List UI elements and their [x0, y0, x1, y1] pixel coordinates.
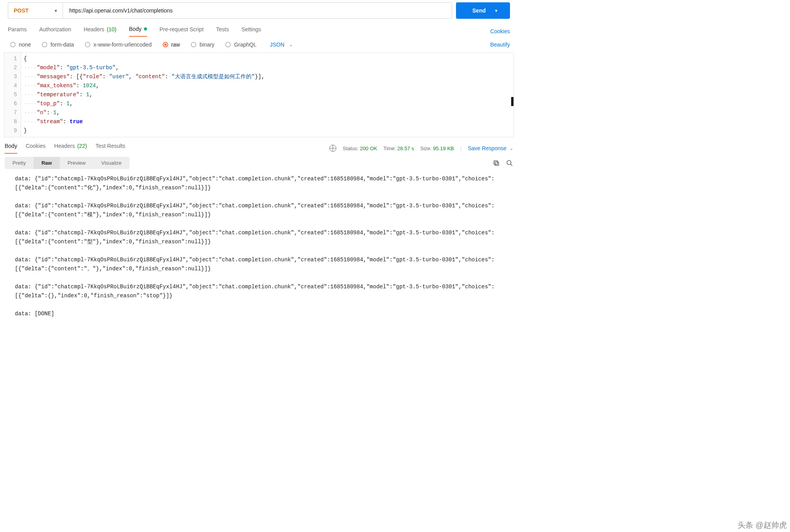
tab-params[interactable]: Params [8, 26, 27, 37]
save-response-button[interactable]: Save Response ⌄ [468, 145, 513, 151]
chevron-down-icon[interactable]: ▾ [495, 8, 497, 13]
tab-prerequest-script[interactable]: Pre-request Script [160, 26, 204, 37]
tab-settings[interactable]: Settings [241, 26, 261, 37]
size-label: Size: 95.19 KB [420, 146, 454, 151]
tab-authorization[interactable]: Authorization [39, 26, 71, 37]
body-type-binary[interactable]: binary [191, 41, 214, 48]
tab-body[interactable]: Body [129, 26, 147, 37]
beautify-link[interactable]: Beautify [490, 41, 510, 48]
time-label: Time: 28.57 s [383, 146, 414, 151]
view-mode-preview[interactable]: Preview [60, 157, 93, 169]
method-label: POST [14, 7, 29, 14]
copy-icon[interactable] [493, 160, 500, 167]
raw-format-select[interactable]: JSON ⌄ [270, 41, 293, 48]
code-area[interactable]: { ····"model":·"gpt-3.5-turbo", ····"mes… [21, 53, 514, 137]
body-type-urlencoded[interactable]: x-www-form-urlencoded [85, 41, 152, 48]
response-tab-headers[interactable]: Headers (22) [54, 143, 87, 154]
search-icon[interactable] [506, 160, 513, 167]
response-body[interactable]: data: {"id":"chatcmpl-7KkqOsPRoLBui6rzQi… [0, 172, 518, 321]
url-group: POST ▾ [8, 2, 452, 19]
svg-line-3 [510, 164, 512, 166]
view-mode-raw[interactable]: Raw [34, 157, 60, 169]
cookies-link[interactable]: Cookies [490, 28, 510, 34]
chevron-down-icon: ▾ [55, 8, 57, 13]
body-type-form-data[interactable]: form-data [42, 41, 74, 48]
method-select[interactable]: POST ▾ [8, 3, 63, 18]
request-body-editor[interactable]: 123 456 789 { ····"model":·"gpt-3.5-turb… [4, 52, 514, 137]
tab-headers[interactable]: Headers (10) [84, 26, 117, 37]
response-tab-body[interactable]: Body [5, 143, 17, 154]
line-gutter: 123 456 789 [4, 53, 21, 137]
view-mode-pretty[interactable]: Pretty [5, 157, 34, 169]
response-tab-test-results[interactable]: Test Results [95, 143, 125, 154]
send-button[interactable]: Send ▾ [456, 2, 510, 19]
svg-rect-0 [495, 162, 499, 165]
body-type-none[interactable]: none [10, 41, 31, 48]
svg-point-2 [507, 160, 511, 165]
chevron-down-icon: ⌄ [289, 42, 293, 47]
response-tab-cookies[interactable]: Cookies [26, 143, 46, 154]
send-label: Send [472, 7, 486, 14]
view-mode-selector: Pretty Raw Preview Visualize [5, 157, 129, 169]
modified-dot-icon [144, 27, 147, 31]
status-label: Status: 200 OK [343, 146, 377, 151]
cursor-indicator [511, 97, 514, 106]
chevron-down-icon: ⌄ [510, 146, 513, 151]
url-input[interactable] [63, 3, 452, 18]
body-type-graphql[interactable]: GraphQL [225, 41, 257, 48]
globe-icon[interactable] [329, 145, 336, 152]
view-mode-visualize[interactable]: Visualize [93, 157, 129, 169]
body-type-raw[interactable]: raw [163, 41, 180, 48]
svg-rect-1 [494, 161, 497, 164]
tab-tests[interactable]: Tests [216, 26, 229, 37]
